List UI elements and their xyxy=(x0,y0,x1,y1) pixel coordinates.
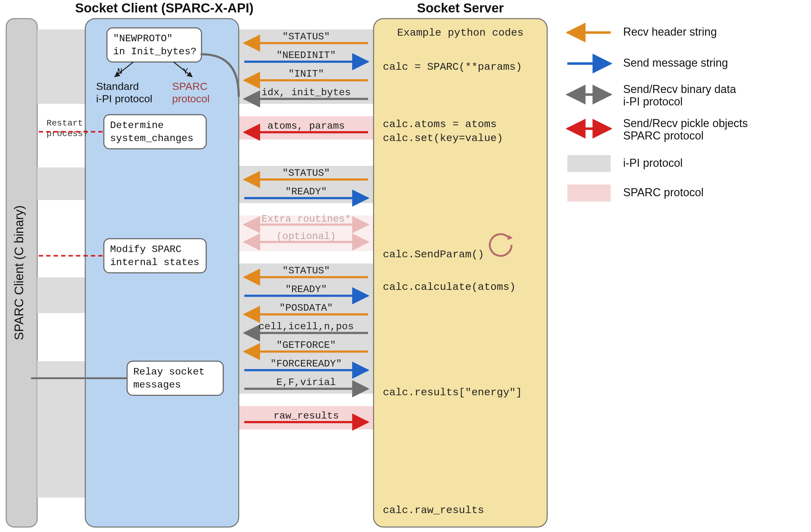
svg-text:"STATUS": "STATUS" xyxy=(282,167,330,179)
connector-bands xyxy=(37,29,93,498)
svg-text:Relay socket: Relay socket xyxy=(133,366,204,378)
svg-rect-1 xyxy=(37,29,93,104)
server-title: Socket Server xyxy=(417,1,504,15)
determine-box: Determine system_changes xyxy=(104,115,206,149)
svg-text:protocol: protocol xyxy=(172,93,210,105)
svg-text:SPARC: SPARC xyxy=(172,80,208,92)
svg-rect-12 xyxy=(373,19,547,527)
svg-text:"NEEDINIT": "NEEDINIT" xyxy=(276,50,336,61)
svg-rect-85 xyxy=(567,155,611,172)
svg-text:E,F,virial: E,F,virial xyxy=(276,377,336,388)
svg-text:calc = SPARC(**params): calc = SPARC(**params) xyxy=(383,61,522,73)
svg-text:"READY": "READY" xyxy=(285,186,327,197)
client-title: Socket Client (SPARC-X-API) xyxy=(75,1,254,15)
svg-text:calc.raw_results: calc.raw_results xyxy=(383,504,484,516)
svg-text:"POSDATA": "POSDATA" xyxy=(279,302,333,314)
svg-rect-3 xyxy=(37,277,93,313)
svg-text:Send message string: Send message string xyxy=(623,57,728,69)
msg-row-3: idx, init_bytes xyxy=(244,87,368,99)
svg-text:Send/Recv binary data: Send/Recv binary data xyxy=(623,83,736,95)
svg-text:calc.SendParam(): calc.SendParam() xyxy=(383,249,484,260)
svg-text:Send/Recv pickle objects: Send/Recv pickle objects xyxy=(623,117,748,130)
svg-text:N: N xyxy=(117,67,122,76)
svg-text:i-PI protocol: i-PI protocol xyxy=(96,93,152,105)
svg-rect-87 xyxy=(567,184,611,201)
svg-text:SPARC protocol: SPARC protocol xyxy=(623,186,703,199)
svg-text:calc.atoms = atoms: calc.atoms = atoms xyxy=(383,118,496,130)
svg-rect-2 xyxy=(37,167,93,200)
svg-text:internal states: internal states xyxy=(110,257,199,268)
relay-box: Relay socket messages xyxy=(127,361,223,395)
svg-text:raw_results: raw_results xyxy=(273,410,339,422)
svg-text:cell,icell,n,pos: cell,icell,n,pos xyxy=(259,321,354,332)
svg-text:Restart
      process?: Restart process? xyxy=(46,118,88,139)
svg-text:system_changes: system_changes xyxy=(110,133,194,144)
c-binary-column: SPARC Client (C binary) xyxy=(6,19,37,527)
svg-text:"NEWPROTO": "NEWPROTO" xyxy=(113,33,173,44)
svg-text:i-PI protocol: i-PI protocol xyxy=(623,95,683,108)
svg-text:Modify SPARC: Modify SPARC xyxy=(110,244,181,255)
legend-pickle: Send/Recv pickle objects SPARC protocol xyxy=(567,117,748,142)
svg-text:messages: messages xyxy=(133,379,181,391)
svg-text:"STATUS": "STATUS" xyxy=(282,31,330,43)
svg-text:"INIT": "INIT" xyxy=(288,68,324,80)
legend-binary: Send/Recv binary data i-PI protocol xyxy=(567,83,736,108)
legend-sparc-box: SPARC protocol xyxy=(567,184,703,201)
svg-text:(optional): (optional) xyxy=(276,231,336,242)
msg-row-11: cell,icell,n,pos xyxy=(244,321,368,333)
svg-text:SPARC protocol: SPARC protocol xyxy=(623,129,703,142)
svg-text:calc.results["energy"]: calc.results["energy"] xyxy=(383,386,522,398)
legend-send: Send message string xyxy=(567,57,728,69)
svg-text:i-PI protocol: i-PI protocol xyxy=(623,156,683,169)
server-box: Socket Server Example python codes xyxy=(373,1,547,527)
svg-text:Recv header string: Recv header string xyxy=(623,26,717,38)
svg-text:"READY": "READY" xyxy=(285,284,327,295)
svg-text:Y: Y xyxy=(183,67,188,76)
svg-text:Determine: Determine xyxy=(110,120,164,131)
svg-text:Standard: Standard xyxy=(96,80,139,92)
svg-rect-4 xyxy=(37,361,93,498)
server-codes-title: Example python codes xyxy=(397,27,524,39)
svg-text:calc.calculate(atoms): calc.calculate(atoms) xyxy=(383,281,516,293)
svg-text:"STATUS": "STATUS" xyxy=(282,265,330,276)
legend: Recv header string Send message string S… xyxy=(567,26,748,201)
svg-text:idx, init_bytes: idx, init_bytes xyxy=(261,87,351,98)
c-binary-title: SPARC Client (C binary) xyxy=(12,206,26,340)
svg-text:Extra routines*: Extra routines* xyxy=(261,213,351,225)
restart-label: Restart process? xyxy=(46,118,88,139)
legend-recv: Recv header string xyxy=(567,26,717,38)
svg-text:in Init_bytes?: in Init_bytes? xyxy=(113,46,197,57)
modify-box: Modify SPARC internal states xyxy=(104,239,206,273)
svg-text:atoms, params: atoms, params xyxy=(267,120,345,132)
svg-text:"GETFORCE": "GETFORCE" xyxy=(276,339,336,351)
legend-ipi-box: i-PI protocol xyxy=(567,155,683,172)
svg-text:calc.set(key=value): calc.set(key=value) xyxy=(383,132,503,144)
svg-text:"FORCEREADY": "FORCEREADY" xyxy=(270,358,342,369)
